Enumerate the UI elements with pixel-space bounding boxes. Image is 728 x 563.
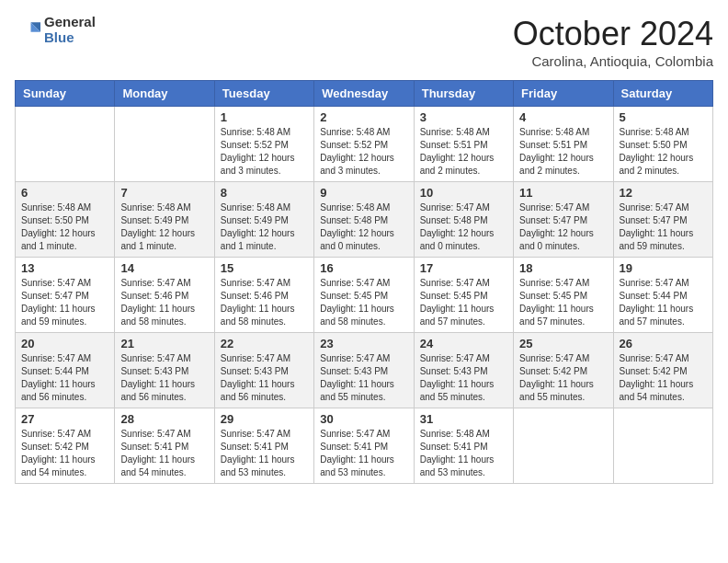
- calendar-cell: [115, 107, 214, 182]
- day-of-week-header: Sunday: [16, 81, 115, 107]
- day-info: Sunrise: 5:48 AMSunset: 5:51 PMDaylight:…: [420, 126, 507, 178]
- calendar-cell: 26Sunrise: 5:47 AMSunset: 5:42 PMDayligh…: [613, 333, 712, 408]
- calendar-cell: 28Sunrise: 5:47 AMSunset: 5:41 PMDayligh…: [115, 408, 214, 484]
- day-number: 1: [221, 110, 308, 124]
- day-number: 12: [620, 186, 707, 200]
- calendar-cell: 29Sunrise: 5:47 AMSunset: 5:41 PMDayligh…: [214, 408, 313, 484]
- day-number: 11: [519, 186, 607, 200]
- day-number: 22: [221, 337, 308, 350]
- day-info: Sunrise: 5:47 AMSunset: 5:47 PMDaylight:…: [519, 201, 607, 253]
- calendar-cell: 8Sunrise: 5:48 AMSunset: 5:49 PMDaylight…: [214, 182, 313, 258]
- location-subtitle: Carolina, Antioquia, Colombia: [513, 53, 713, 69]
- calendar-cell: 6Sunrise: 5:48 AMSunset: 5:50 PMDaylight…: [16, 182, 115, 258]
- logo-blue-text: Blue: [44, 30, 96, 46]
- day-number: 18: [519, 261, 607, 275]
- calendar-cell: 2Sunrise: 5:48 AMSunset: 5:52 PMDaylight…: [314, 107, 414, 182]
- day-info: Sunrise: 5:48 AMSunset: 5:51 PMDaylight:…: [519, 126, 607, 178]
- calendar-cell: 17Sunrise: 5:47 AMSunset: 5:45 PMDayligh…: [414, 258, 513, 333]
- day-info: Sunrise: 5:47 AMSunset: 5:43 PMDaylight:…: [320, 352, 407, 404]
- calendar-cell: 15Sunrise: 5:47 AMSunset: 5:46 PMDayligh…: [214, 258, 313, 333]
- calendar-cell: 20Sunrise: 5:47 AMSunset: 5:44 PMDayligh…: [16, 333, 115, 408]
- day-number: 24: [420, 337, 507, 350]
- logo-general-text: General: [44, 15, 96, 30]
- day-info: Sunrise: 5:48 AMSunset: 5:49 PMDaylight:…: [221, 201, 308, 253]
- day-info: Sunrise: 5:47 AMSunset: 5:46 PMDaylight:…: [221, 277, 308, 328]
- calendar-cell: 24Sunrise: 5:47 AMSunset: 5:43 PMDayligh…: [414, 333, 513, 408]
- day-number: 30: [320, 412, 407, 426]
- day-info: Sunrise: 5:47 AMSunset: 5:42 PMDaylight:…: [21, 428, 108, 479]
- calendar-cell: 14Sunrise: 5:47 AMSunset: 5:46 PMDayligh…: [115, 258, 214, 333]
- day-of-week-header: Monday: [115, 81, 214, 107]
- day-number: 5: [620, 110, 707, 124]
- title-area: October 2024 Carolina, Antioquia, Colomb…: [513, 15, 713, 69]
- day-info: Sunrise: 5:47 AMSunset: 5:47 PMDaylight:…: [620, 201, 707, 253]
- day-number: 15: [221, 261, 308, 275]
- calendar-cell: 31Sunrise: 5:48 AMSunset: 5:41 PMDayligh…: [414, 408, 513, 484]
- calendar-cell: 11Sunrise: 5:47 AMSunset: 5:47 PMDayligh…: [514, 182, 613, 258]
- calendar-cell: 16Sunrise: 5:47 AMSunset: 5:45 PMDayligh…: [314, 258, 414, 333]
- calendar-cell: 30Sunrise: 5:47 AMSunset: 5:41 PMDayligh…: [314, 408, 414, 484]
- calendar-cell: 1Sunrise: 5:48 AMSunset: 5:52 PMDaylight…: [214, 107, 313, 182]
- day-info: Sunrise: 5:47 AMSunset: 5:45 PMDaylight:…: [320, 277, 407, 328]
- day-info: Sunrise: 5:47 AMSunset: 5:42 PMDaylight:…: [519, 352, 607, 404]
- day-info: Sunrise: 5:48 AMSunset: 5:52 PMDaylight:…: [221, 126, 308, 178]
- day-number: 20: [21, 337, 108, 350]
- day-info: Sunrise: 5:48 AMSunset: 5:49 PMDaylight:…: [120, 201, 208, 253]
- calendar-cell: 3Sunrise: 5:48 AMSunset: 5:51 PMDaylight…: [414, 107, 513, 182]
- day-info: Sunrise: 5:47 AMSunset: 5:42 PMDaylight:…: [620, 352, 707, 404]
- day-of-week-header: Friday: [514, 81, 613, 107]
- calendar-cell: 22Sunrise: 5:47 AMSunset: 5:43 PMDayligh…: [214, 333, 313, 408]
- day-of-week-header: Wednesday: [314, 81, 414, 107]
- day-number: 25: [519, 337, 607, 350]
- calendar-cell: 18Sunrise: 5:47 AMSunset: 5:45 PMDayligh…: [514, 258, 613, 333]
- day-number: 7: [120, 186, 208, 200]
- day-number: 17: [420, 261, 507, 275]
- calendar-table: SundayMondayTuesdayWednesdayThursdayFrid…: [15, 80, 713, 484]
- calendar-cell: 4Sunrise: 5:48 AMSunset: 5:51 PMDaylight…: [514, 107, 613, 182]
- day-of-week-header: Saturday: [613, 81, 712, 107]
- day-info: Sunrise: 5:47 AMSunset: 5:48 PMDaylight:…: [420, 201, 507, 253]
- day-number: 10: [420, 186, 507, 200]
- header: General Blue October 2024 Carolina, Anti…: [15, 15, 713, 69]
- calendar-cell: 25Sunrise: 5:47 AMSunset: 5:42 PMDayligh…: [514, 333, 613, 408]
- calendar-cell: 13Sunrise: 5:47 AMSunset: 5:47 PMDayligh…: [16, 258, 115, 333]
- day-number: 23: [320, 337, 407, 350]
- day-info: Sunrise: 5:47 AMSunset: 5:41 PMDaylight:…: [320, 428, 407, 479]
- day-number: 27: [21, 412, 108, 426]
- calendar-cell: 12Sunrise: 5:47 AMSunset: 5:47 PMDayligh…: [613, 182, 712, 258]
- day-info: Sunrise: 5:47 AMSunset: 5:43 PMDaylight:…: [120, 352, 208, 404]
- day-of-week-header: Thursday: [414, 81, 513, 107]
- day-number: 16: [320, 261, 407, 275]
- day-info: Sunrise: 5:47 AMSunset: 5:47 PMDaylight:…: [21, 277, 108, 328]
- calendar-cell: 10Sunrise: 5:47 AMSunset: 5:48 PMDayligh…: [414, 182, 513, 258]
- day-info: Sunrise: 5:48 AMSunset: 5:50 PMDaylight:…: [21, 201, 108, 253]
- day-number: 2: [320, 110, 407, 124]
- calendar-cell: 23Sunrise: 5:47 AMSunset: 5:43 PMDayligh…: [314, 333, 414, 408]
- day-info: Sunrise: 5:48 AMSunset: 5:48 PMDaylight:…: [320, 201, 407, 253]
- day-number: 6: [21, 186, 108, 200]
- day-number: 8: [221, 186, 308, 200]
- day-info: Sunrise: 5:47 AMSunset: 5:41 PMDaylight:…: [221, 428, 308, 479]
- calendar-cell: [16, 107, 115, 182]
- day-number: 9: [320, 186, 407, 200]
- day-info: Sunrise: 5:47 AMSunset: 5:41 PMDaylight:…: [120, 428, 208, 479]
- day-number: 29: [221, 412, 308, 426]
- calendar-cell: 19Sunrise: 5:47 AMSunset: 5:44 PMDayligh…: [613, 258, 712, 333]
- day-info: Sunrise: 5:47 AMSunset: 5:44 PMDaylight:…: [21, 352, 108, 404]
- logo-icon: [15, 17, 40, 43]
- day-number: 14: [120, 261, 208, 275]
- day-of-week-header: Tuesday: [214, 81, 313, 107]
- day-info: Sunrise: 5:48 AMSunset: 5:50 PMDaylight:…: [620, 126, 707, 178]
- calendar-cell: 5Sunrise: 5:48 AMSunset: 5:50 PMDaylight…: [613, 107, 712, 182]
- calendar-cell: 21Sunrise: 5:47 AMSunset: 5:43 PMDayligh…: [115, 333, 214, 408]
- day-number: 19: [620, 261, 707, 275]
- day-number: 26: [620, 337, 707, 350]
- day-number: 4: [519, 110, 607, 124]
- day-info: Sunrise: 5:47 AMSunset: 5:46 PMDaylight:…: [120, 277, 208, 328]
- day-info: Sunrise: 5:47 AMSunset: 5:44 PMDaylight:…: [620, 277, 707, 328]
- day-number: 21: [120, 337, 208, 350]
- day-number: 28: [120, 412, 208, 426]
- day-number: 13: [21, 261, 108, 275]
- day-info: Sunrise: 5:47 AMSunset: 5:43 PMDaylight:…: [221, 352, 308, 404]
- day-number: 31: [420, 412, 507, 426]
